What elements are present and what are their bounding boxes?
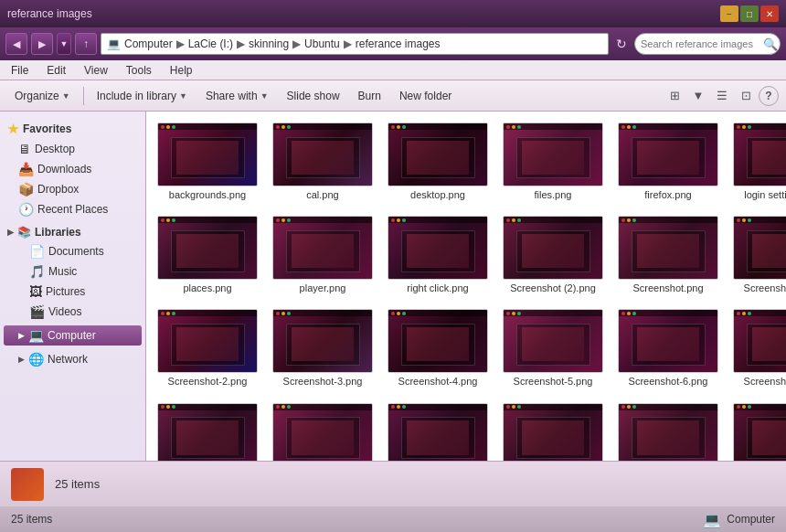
file-item[interactable]: cal.png xyxy=(269,119,377,205)
favorites-header[interactable]: ★ Favorites xyxy=(0,119,145,139)
maximize-button[interactable]: □ xyxy=(740,5,759,22)
sidebar-item-recent[interactable]: 🕐 Recent Places xyxy=(0,199,145,219)
bottom-right: 💻 Computer xyxy=(703,511,775,528)
address-path[interactable]: 💻 Computer ▶ LaCie (I:) ▶ skinning ▶ Ubu… xyxy=(101,33,609,55)
include-in-library-button[interactable]: Include in library ▼ xyxy=(90,87,195,105)
file-item[interactable]: Screenshot (2).png xyxy=(499,212,607,298)
sidebar-item-videos[interactable]: 🎬 Videos xyxy=(0,302,145,322)
file-item[interactable]: Screenshot-1.png xyxy=(729,212,786,298)
burn-button[interactable]: Burn xyxy=(351,87,388,105)
menu-file[interactable]: File xyxy=(5,62,34,79)
organize-label: Organize xyxy=(15,90,59,102)
sidebar-item-network[interactable]: ▶ 🌐 Network xyxy=(0,349,145,369)
view-dropdown[interactable]: ▼ xyxy=(687,85,709,107)
file-item[interactable]: Screenshot-9.png xyxy=(269,399,377,461)
menu-tools[interactable]: Tools xyxy=(121,62,157,79)
view-preview[interactable]: ⊡ xyxy=(735,85,757,107)
file-thumbnail xyxy=(733,403,786,461)
file-item[interactable]: right click.png xyxy=(384,212,492,298)
view-details[interactable]: ☰ xyxy=(711,85,733,107)
file-item[interactable]: ubuntu version 11.png xyxy=(729,399,786,461)
file-item[interactable]: backgrounds.png xyxy=(154,119,261,205)
sidebar-item-computer[interactable]: ▶ 💻 Computer xyxy=(4,325,142,346)
file-name: cal.png xyxy=(306,189,338,201)
file-thumbnail xyxy=(157,122,258,186)
dropbox-icon: 📦 xyxy=(18,182,34,197)
libraries-header[interactable]: ▶ 📚 Libraries xyxy=(0,223,145,241)
file-name: right click.png xyxy=(407,282,468,294)
minimize-button[interactable]: − xyxy=(720,5,738,22)
file-thumbnail xyxy=(618,403,718,461)
sidebar-item-desktop[interactable]: 🖥 Desktop xyxy=(0,139,145,159)
share-with-button[interactable]: Share with ▼ xyxy=(198,87,276,105)
music-label: Music xyxy=(48,265,77,278)
file-name: login settings.png xyxy=(744,189,786,201)
file-item[interactable]: desktop.png xyxy=(384,119,492,205)
view-large-icons[interactable]: ⊞ xyxy=(664,85,685,107)
bottom-computer-label: Computer xyxy=(727,513,775,526)
file-item[interactable]: files.png xyxy=(499,119,607,205)
search-button[interactable]: 🔍 xyxy=(763,37,778,51)
file-item[interactable]: places.png xyxy=(154,212,261,298)
path-sep1: ▶ xyxy=(176,37,185,50)
file-name: places.png xyxy=(183,282,231,294)
forward-button[interactable]: ▶ xyxy=(31,33,53,55)
file-thumbnail xyxy=(157,403,258,461)
file-item[interactable]: Screenshot.png xyxy=(614,212,722,298)
sidebar-item-pictures[interactable]: 🖼 Pictures xyxy=(0,282,145,302)
file-thumbnail xyxy=(733,216,786,280)
path-lacie: LaCie (I:) xyxy=(188,37,233,50)
file-thumbnail xyxy=(157,216,258,280)
search-input[interactable] xyxy=(641,38,759,49)
file-thumbnail xyxy=(388,309,488,373)
help-button[interactable]: ? xyxy=(759,86,779,106)
file-item[interactable]: Screenshot-6.png xyxy=(614,305,722,391)
file-item[interactable]: Screenshot-10.png xyxy=(384,399,492,461)
menu-view[interactable]: View xyxy=(79,62,113,79)
documents-label: Documents xyxy=(48,245,104,258)
favorites-label: Favorites xyxy=(23,122,71,135)
organize-button[interactable]: Organize ▼ xyxy=(7,87,78,105)
include-arrow: ▼ xyxy=(179,91,187,101)
close-button[interactable]: ✕ xyxy=(760,5,779,22)
back-button[interactable]: ◀ xyxy=(5,33,27,55)
sidebar-item-dropbox[interactable]: 📦 Dropbox xyxy=(0,179,145,199)
file-thumbnail xyxy=(388,403,488,461)
menu-help[interactable]: Help xyxy=(165,62,198,79)
desktop-icon: 🖥 xyxy=(18,142,31,156)
file-name: Screenshot-3.png xyxy=(283,376,363,388)
slide-show-button[interactable]: Slide show xyxy=(280,87,347,105)
file-name: Screenshot.png xyxy=(632,282,703,294)
sidebar-item-music[interactable]: 🎵 Music xyxy=(0,261,145,282)
music-icon: 🎵 xyxy=(29,264,45,279)
sidebar-item-downloads[interactable]: 📥 Downloads xyxy=(0,159,145,179)
menu-bar: File Edit View Tools Help xyxy=(0,60,786,80)
file-item[interactable]: player.png xyxy=(269,212,377,298)
sidebar: ★ Favorites 🖥 Desktop 📥 Downloads 📦 Drop… xyxy=(0,112,146,461)
file-item[interactable]: login settings.png xyxy=(729,119,786,205)
new-folder-button[interactable]: New folder xyxy=(392,87,459,105)
file-name: Screenshot-2.png xyxy=(168,376,248,388)
file-item[interactable]: Screenshot-5.png xyxy=(499,305,607,391)
recent-label: Recent Places xyxy=(37,203,108,216)
file-name: firefox.png xyxy=(644,189,691,201)
file-item[interactable]: Screenshot-4.png xyxy=(384,305,492,391)
file-item[interactable]: Screenshot-7.png xyxy=(729,305,786,391)
network-icon: 🌐 xyxy=(28,352,44,367)
path-ubuntu: Ubuntu xyxy=(304,37,340,50)
up-button[interactable]: ↑ xyxy=(75,33,97,55)
search-box: 🔍 xyxy=(634,33,781,55)
file-item[interactable]: Screenshot-3.png xyxy=(269,305,377,391)
file-item[interactable]: Screenshot-8.png xyxy=(154,399,261,461)
file-item[interactable]: Screenshot-2.png xyxy=(154,305,261,391)
menu-edit[interactable]: Edit xyxy=(41,62,71,79)
history-dropdown[interactable]: ▼ xyxy=(57,33,71,55)
file-grid: backgrounds.pngcal.pngdesktop.pngfiles.p… xyxy=(154,119,779,461)
pictures-icon: 🖼 xyxy=(29,284,42,299)
path-sep3: ▶ xyxy=(292,37,301,50)
file-item[interactable]: ubuntu version 11.4.jpg xyxy=(614,399,722,461)
file-item[interactable]: firefox.png xyxy=(614,119,722,205)
sidebar-item-documents[interactable]: 📄 Documents xyxy=(0,241,145,261)
refresh-button[interactable]: ↻ xyxy=(612,37,631,51)
file-item[interactable]: themes.png xyxy=(499,399,607,461)
